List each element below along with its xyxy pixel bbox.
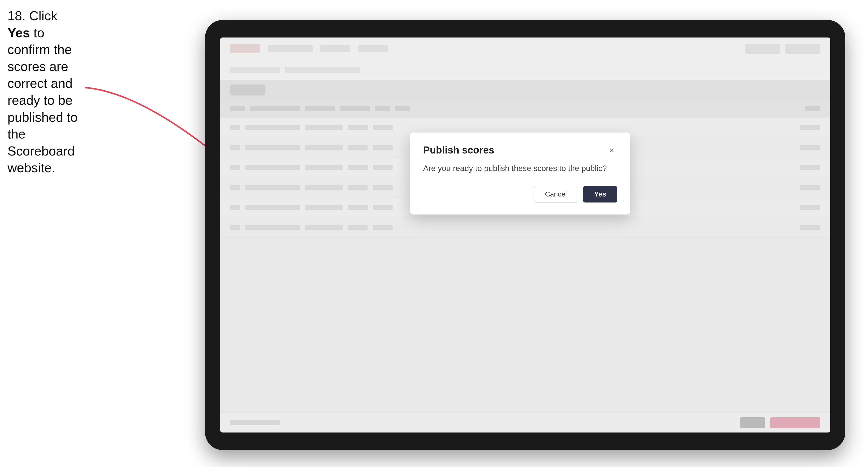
cancel-button[interactable]: Cancel <box>534 186 578 203</box>
tablet-device: Publish scores × Are you ready to publis… <box>205 20 845 450</box>
publish-scores-modal: Publish scores × Are you ready to publis… <box>410 132 630 215</box>
modal-overlay: Publish scores × Are you ready to publis… <box>220 37 830 433</box>
instruction-click: Click <box>29 8 58 23</box>
yes-button[interactable]: Yes <box>583 186 617 203</box>
modal-body-text: Are you ready to publish these scores to… <box>423 163 617 174</box>
instruction-text: 18. Click Yes to confirm the scores are … <box>7 7 80 177</box>
tablet-screen: Publish scores × Are you ready to publis… <box>220 37 830 433</box>
modal-title: Publish scores <box>423 145 494 156</box>
modal-close-button[interactable]: × <box>606 145 617 156</box>
step-number: 18. <box>7 8 26 23</box>
yes-emphasis: Yes <box>7 26 30 40</box>
instruction-rest: to confirm the scores are correct and re… <box>7 26 78 175</box>
modal-footer: Cancel Yes <box>423 186 617 203</box>
modal-header: Publish scores × <box>423 145 617 156</box>
